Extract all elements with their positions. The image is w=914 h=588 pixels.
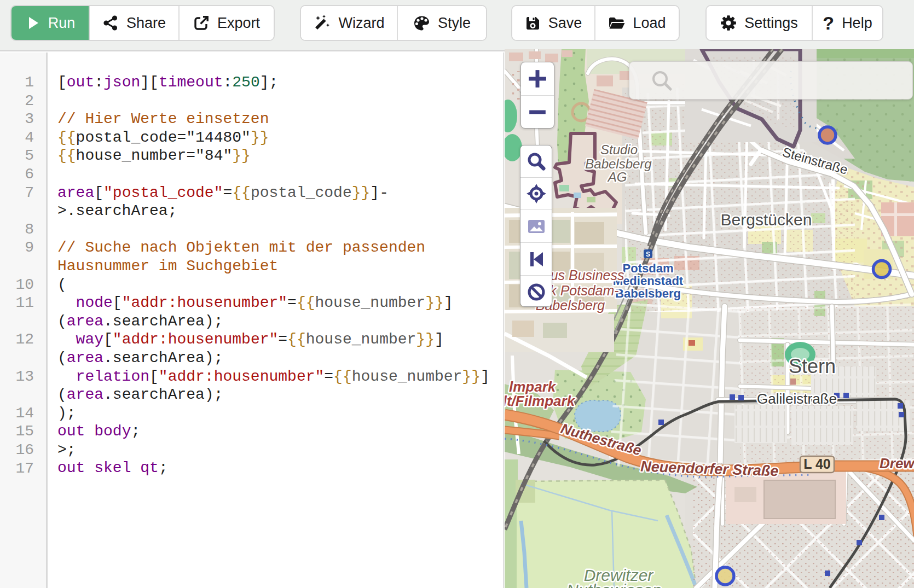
svg-text:Drewitzer: Drewitzer [880,455,914,471]
svg-text:Studio: Studio [600,142,638,157]
svg-text:Nuthewiesen: Nuthewiesen [566,581,661,588]
svg-text:Galileistraße: Galileistraße [757,391,837,407]
svg-text:Babelsberg: Babelsberg [585,156,652,171]
svg-text:Stern: Stern [789,355,836,377]
svg-text:S: S [646,251,650,258]
svg-text:AG: AG [607,170,627,184]
svg-text:Potsdam: Potsdam [623,261,674,275]
svg-text:Babelsberg: Babelsberg [615,287,681,300]
svg-text:Bergstücken: Bergstücken [721,211,812,229]
svg-text:L 40: L 40 [803,456,831,471]
svg-text:dt/Filmpark: dt/Filmpark [505,393,576,409]
